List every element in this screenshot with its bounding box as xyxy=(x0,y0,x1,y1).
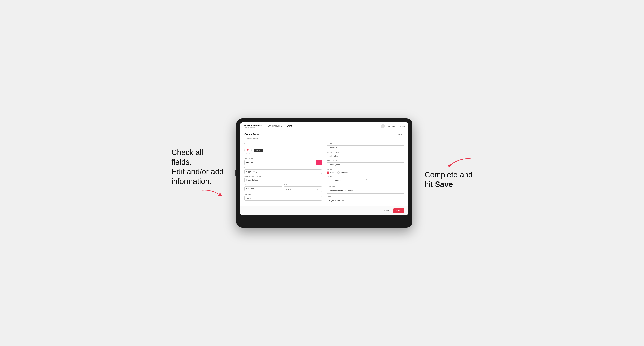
athletic-director-field: Athletic Director xyxy=(327,160,404,167)
save-button[interactable]: Save xyxy=(393,208,404,213)
logo-text: SCOREBOARD xyxy=(244,124,262,127)
tablet-frame: SCOREBOARD Powered by clippi TOURNAMENTS… xyxy=(236,118,412,228)
color-swatch[interactable] xyxy=(316,160,322,165)
region-field: Region Region II - (M) DIII × ⌃⌄ xyxy=(327,195,404,203)
head-coach-label: Head Coach xyxy=(327,143,404,145)
assistant-coach-label: Assistant Coach xyxy=(327,152,404,153)
team-colour-label: Team colour xyxy=(244,157,322,159)
team-colour-field: Team colour xyxy=(244,157,322,165)
logo-sub: Powered by clippi xyxy=(244,127,262,128)
left-annotation: Check all fields. Edit and/or add inform… xyxy=(172,148,224,198)
team-colour-input[interactable] xyxy=(244,160,316,165)
annotation-left-text: Check all fields. Edit and/or add inform… xyxy=(172,148,224,186)
modal-footer: Cancel Save xyxy=(240,206,408,215)
city-state-row: City State New York × ⌃⌄ xyxy=(244,184,322,192)
conference-select[interactable]: University Athletic Association × ⌃⌄ xyxy=(327,188,404,194)
modal-close-button[interactable]: Cancel × xyxy=(396,133,404,136)
gender-row: Mens Womens xyxy=(327,172,404,174)
navbar: SCOREBOARD Powered by clippi TOURNAMENTS… xyxy=(240,122,408,130)
logo-circle: C xyxy=(244,147,252,154)
cancel-button[interactable]: Cancel xyxy=(380,208,392,213)
team-name-label: Team name xyxy=(244,167,322,169)
city-label: City xyxy=(244,184,282,186)
division-select[interactable]: NCAA Division III ⌃⌄ xyxy=(327,178,404,184)
team-logo-area: C Upload xyxy=(244,147,322,154)
conference-chevron-icon: ⌃⌄ xyxy=(401,189,402,192)
color-input-wrapper xyxy=(244,160,322,165)
gender-label: Gender xyxy=(327,169,404,170)
nav-teams[interactable]: TEAMS xyxy=(286,124,292,128)
athletic-director-label: Athletic Director xyxy=(327,160,404,162)
zip-input[interactable] xyxy=(244,196,322,200)
modal-title: Create Team xyxy=(244,133,259,136)
form-grid: Team logo C Upload Team colour xyxy=(244,143,404,203)
state-clear-icon[interactable]: × xyxy=(318,188,318,190)
state-select[interactable]: New York × ⌃⌄ xyxy=(284,186,322,192)
city-state-field: City State New York × ⌃⌄ xyxy=(244,184,322,192)
display-name-field: Display name (unique) xyxy=(244,175,322,182)
state-field: State New York × ⌃⌄ xyxy=(284,184,322,192)
conference-field: Conference University Athletic Associati… xyxy=(327,185,404,194)
state-controls: × ⌃⌄ xyxy=(318,187,320,191)
assistant-coach-field: Assistant Coach xyxy=(327,152,404,159)
modal-header: Create Team Cancel × xyxy=(244,133,404,136)
gender-field: Gender Mens Womens xyxy=(327,169,404,174)
division-label: Division xyxy=(327,175,404,177)
form-right: Head Coach Assistant Coach Athletic Dire… xyxy=(327,143,404,203)
gender-womens-radio[interactable] xyxy=(337,172,340,174)
state-label: State xyxy=(284,184,322,186)
upload-button[interactable]: Upload xyxy=(254,149,263,152)
conference-label: Conference xyxy=(327,185,404,187)
right-arrow-svg xyxy=(448,157,472,167)
nav-right: Test User | Sign out xyxy=(381,124,405,128)
head-coach-input[interactable] xyxy=(327,146,404,150)
page-wrapper: Check all fields. Edit and/or add inform… xyxy=(8,118,636,228)
display-name-label: Display name (unique) xyxy=(244,175,322,177)
zip-field: Zip code xyxy=(244,194,322,200)
form-left: Team logo C Upload Team colour xyxy=(244,143,322,203)
conference-clear-icon[interactable]: × xyxy=(400,190,401,192)
team-name-field: Team name xyxy=(244,167,322,174)
sign-out-link[interactable]: Sign out xyxy=(398,125,405,127)
modal-content: Create Team Cancel × TEAM DETAILS Team l… xyxy=(240,130,408,206)
region-select[interactable]: Region II - (M) DIII × ⌃⌄ xyxy=(327,198,404,203)
city-field: City xyxy=(244,184,282,192)
head-coach-field: Head Coach xyxy=(327,143,404,150)
annotation-right-text: Complete and hit Save. xyxy=(424,170,472,189)
region-clear-icon[interactable]: × xyxy=(400,200,401,201)
logo-area: SCOREBOARD Powered by clippi xyxy=(244,124,262,128)
gender-mens-radio[interactable] xyxy=(327,172,329,174)
division-chevron-icon: ⌃⌄ xyxy=(366,179,403,183)
division-field: Division NCAA Division III ⌃⌄ xyxy=(327,175,404,184)
gender-mens-option[interactable]: Mens xyxy=(327,172,334,174)
zip-label: Zip code xyxy=(244,194,322,195)
team-logo-label: Team logo xyxy=(244,143,322,145)
city-input[interactable] xyxy=(244,186,282,191)
region-label: Region xyxy=(327,195,404,197)
gender-womens-option[interactable]: Womens xyxy=(337,172,348,174)
user-label: Test User | xyxy=(386,125,396,127)
nav-tournaments[interactable]: TOURNAMENTS xyxy=(266,124,282,128)
assistant-coach-input[interactable] xyxy=(327,154,404,159)
left-arrow-svg xyxy=(200,188,224,198)
athletic-director-input[interactable] xyxy=(327,163,404,167)
display-name-input[interactable] xyxy=(244,178,322,182)
user-avatar xyxy=(381,124,385,128)
region-chevron-icon: ⌃⌄ xyxy=(401,199,402,202)
state-chevron-icon: ⌃⌄ xyxy=(319,187,320,191)
team-logo-field: Team logo C Upload xyxy=(244,143,322,156)
tablet-screen: SCOREBOARD Powered by clippi TOURNAMENTS… xyxy=(240,122,408,215)
nav-links: TOURNAMENTS TEAMS xyxy=(266,124,381,128)
right-annotation: Complete and hit Save. xyxy=(424,157,472,189)
team-name-input[interactable] xyxy=(244,169,322,174)
section-label: TEAM DETAILS xyxy=(244,138,404,141)
tablet-side-button xyxy=(235,170,236,176)
